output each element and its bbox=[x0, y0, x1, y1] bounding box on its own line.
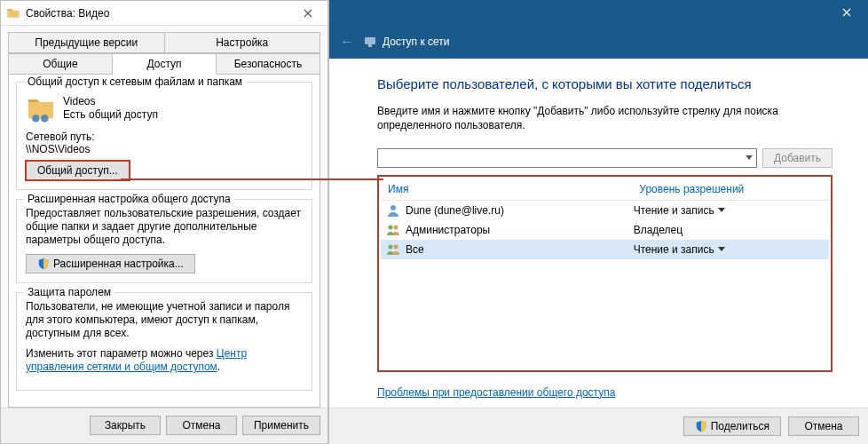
user-name: Администраторы bbox=[406, 224, 490, 236]
wizard-header: ← Доступ к сети bbox=[329, 25, 868, 59]
share-button[interactable]: Общий доступ... bbox=[26, 161, 130, 180]
group-title: Расширенная настройка общего доступа bbox=[24, 193, 234, 205]
permission-combo: Владелец bbox=[634, 224, 683, 236]
network-sharing-group: Общий доступ к сетевым файлам и папкам V… bbox=[16, 82, 312, 190]
network-icon bbox=[363, 35, 377, 49]
svg-point-6 bbox=[394, 225, 398, 229]
user-icon bbox=[386, 203, 400, 218]
advanced-sharing-group: Расширенная настройка общего доступа Пре… bbox=[16, 199, 312, 283]
user-name: Dune (dune@live.ru) bbox=[406, 204, 504, 217]
folder-name: Videos bbox=[63, 95, 158, 108]
breadcrumb: Доступ к сети bbox=[363, 35, 449, 49]
chevron-down-icon bbox=[718, 247, 725, 251]
permission-value: Чтение и запись bbox=[634, 204, 714, 217]
share-button-footer[interactable]: Поделиться bbox=[683, 416, 781, 436]
password-desc: Пользователи, не имеющие учетной записи … bbox=[26, 300, 303, 340]
tab-sharing[interactable]: Доступ bbox=[113, 53, 217, 75]
properties-footer: Закрыть Отмена Применить bbox=[1, 408, 327, 442]
folder-status: Есть общий доступ bbox=[63, 108, 158, 122]
shared-folder-icon bbox=[26, 93, 56, 123]
wizard-footer: Поделиться Отмена bbox=[329, 408, 868, 444]
svg-point-7 bbox=[389, 244, 393, 249]
network-path-label: Сетевой путь: bbox=[26, 131, 303, 143]
wizard-cancel-button[interactable]: Отмена bbox=[788, 416, 859, 436]
svg-point-8 bbox=[394, 244, 398, 249]
user-row[interactable]: Dune (dune@live.ru)Чтение и запись bbox=[381, 201, 829, 220]
close-icon bbox=[304, 9, 312, 18]
network-path-value: \\NOS\Videos bbox=[26, 143, 303, 155]
annotation-line bbox=[121, 178, 383, 180]
user-name: Все bbox=[406, 243, 424, 256]
svg-rect-3 bbox=[368, 44, 372, 47]
close-button[interactable] bbox=[294, 4, 322, 22]
password-protection-group: Защита паролем Пользователи, не имеющие … bbox=[16, 292, 312, 391]
advanced-settings-label: Расширенная настройка... bbox=[53, 258, 184, 270]
svg-point-4 bbox=[391, 205, 396, 210]
advanced-desc: Предоставляет пользовательские разрешени… bbox=[26, 207, 303, 247]
tab-content: Общий доступ к сетевым файлам и папкам V… bbox=[8, 74, 320, 408]
svg-rect-2 bbox=[365, 37, 375, 44]
wizard-heading: Выберите пользователей, с которыми вы хо… bbox=[377, 76, 832, 91]
shield-icon bbox=[695, 420, 707, 432]
tab-security[interactable]: Безопасность bbox=[217, 53, 320, 75]
add-user-button[interactable]: Добавить bbox=[762, 148, 832, 168]
svg-point-1 bbox=[41, 115, 49, 123]
userlist-highlight: Имя Уровень разрешений Dune (dune@live.r… bbox=[377, 175, 832, 372]
troubleshoot-link[interactable]: Проблемы при предоставлении общего досту… bbox=[377, 386, 615, 399]
apply-button[interactable]: Применить bbox=[242, 416, 320, 435]
group-icon bbox=[386, 242, 400, 257]
column-name[interactable]: Имя bbox=[381, 178, 632, 200]
permission-value: Владелец bbox=[634, 224, 683, 236]
shield-icon bbox=[37, 258, 50, 270]
group-title: Общий доступ к сетевым файлам и папкам bbox=[24, 75, 246, 88]
group-title: Защита паролем bbox=[24, 286, 114, 298]
permission-combo[interactable]: Чтение и запись bbox=[634, 243, 725, 256]
svg-point-0 bbox=[32, 115, 40, 123]
folder-small-icon bbox=[6, 6, 20, 20]
cancel-button[interactable]: Отмена bbox=[166, 416, 237, 435]
wizard-desc: Введите имя и нажмите кнопку "Добавить" … bbox=[377, 104, 832, 132]
properties-title-text: Свойства: Видео bbox=[26, 7, 288, 20]
tab-customize[interactable]: Настройка bbox=[165, 32, 321, 53]
chevron-down-icon bbox=[718, 208, 725, 212]
network-share-wizard: ← Доступ к сети Выберите пользователей, … bbox=[328, 0, 868, 444]
wizard-close-button[interactable] bbox=[826, 0, 866, 25]
tab-general[interactable]: Общие bbox=[8, 53, 113, 75]
password-change-text: Изменить этот параметр можно через Центр… bbox=[26, 347, 303, 374]
advanced-settings-button[interactable]: Расширенная настройка... bbox=[26, 254, 195, 274]
wizard-titlebar[interactable] bbox=[329, 0, 868, 25]
svg-point-5 bbox=[389, 225, 393, 229]
user-search-combo[interactable] bbox=[377, 148, 757, 168]
permission-value: Чтение и запись bbox=[634, 243, 714, 256]
properties-dialog: Свойства: Видео Предыдущие версии Настро… bbox=[0, 0, 328, 444]
column-permissions[interactable]: Уровень разрешений bbox=[632, 178, 829, 200]
tab-previous-versions[interactable]: Предыдущие версии bbox=[8, 32, 165, 53]
user-row[interactable]: ВсеЧтение и запись bbox=[381, 240, 829, 259]
properties-titlebar[interactable]: Свойства: Видео bbox=[1, 1, 327, 26]
close-icon bbox=[842, 8, 851, 17]
close-button-footer[interactable]: Закрыть bbox=[90, 416, 161, 435]
back-button[interactable]: ← bbox=[340, 34, 354, 50]
user-list: Имя Уровень разрешений Dune (dune@live.r… bbox=[381, 178, 829, 369]
permission-combo[interactable]: Чтение и запись bbox=[634, 204, 725, 217]
user-row[interactable]: АдминистраторыВладелец bbox=[381, 220, 829, 240]
group-icon bbox=[386, 223, 400, 237]
